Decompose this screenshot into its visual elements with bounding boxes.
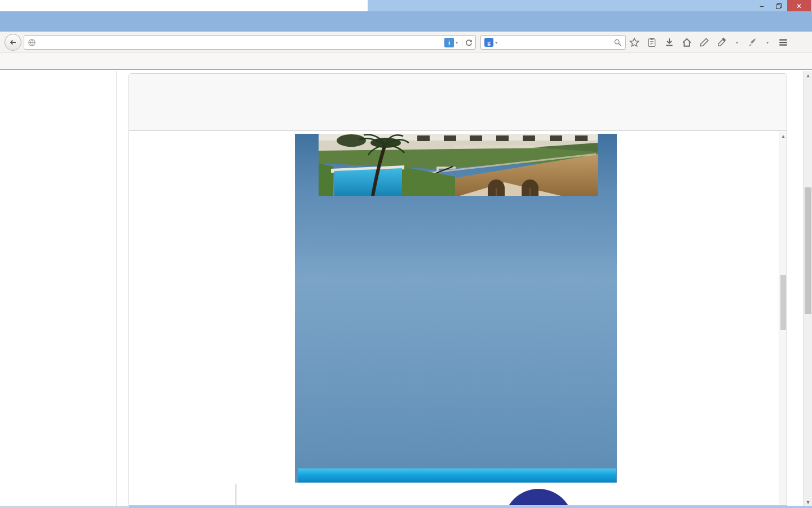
mansion-photo[interactable]: [319, 134, 598, 196]
firefox-window: – ✕ i ▾ g ▾: [0, 0, 812, 508]
eyedropper-icon[interactable]: [717, 37, 727, 47]
restore-icon: [775, 3, 782, 10]
search-bar[interactable]: g ▾: [480, 35, 626, 50]
back-button[interactable]: [5, 34, 21, 51]
close-button[interactable]: ✕: [787, 0, 811, 12]
editor-toolbar: [129, 74, 787, 131]
contact-table-border: [236, 484, 236, 505]
browser-scrollbar[interactable]: ▲ ▼: [803, 71, 812, 507]
search-icon[interactable]: [614, 38, 622, 47]
page-info-dropdown-icon[interactable]: ▾: [456, 40, 458, 45]
email-nav-bar: [298, 468, 616, 483]
browser-scroll-thumb[interactable]: [805, 187, 811, 314]
editor-scroll-up-icon[interactable]: ▲: [779, 134, 787, 139]
eyedropper-dropdown-icon[interactable]: ▾: [736, 40, 738, 45]
toolbar-icons: ▾ ▾: [629, 35, 789, 50]
browser-scroll-down-icon[interactable]: ▼: [804, 500, 812, 505]
brush-icon[interactable]: [747, 37, 757, 47]
download-icon[interactable]: [664, 37, 674, 47]
left-panel-divider: [116, 71, 117, 506]
editor-scrollbar[interactable]: ▲: [779, 132, 787, 505]
editor-scroll-thumb[interactable]: [780, 275, 786, 330]
search-engine-dropdown-icon[interactable]: ▾: [495, 40, 497, 45]
minimize-button[interactable]: –: [753, 0, 770, 12]
clipboard-icon[interactable]: [647, 37, 657, 47]
star-icon[interactable]: [629, 37, 639, 47]
globe-icon: [28, 38, 36, 47]
page-info-icon[interactable]: i: [444, 38, 454, 47]
reload-icon[interactable]: [465, 38, 473, 47]
logo-circle: [504, 489, 573, 505]
menu-bar: [0, 0, 368, 11]
window-controls: – ✕: [753, 0, 811, 12]
url-bar[interactable]: i ▾: [24, 35, 476, 50]
tab-strip: [0, 11, 812, 32]
editor-content-area[interactable]: ▲: [129, 132, 787, 505]
pen-icon[interactable]: [699, 37, 709, 47]
taskbar-edge: [0, 506, 812, 508]
home-icon[interactable]: [682, 37, 692, 47]
restore-button[interactable]: [770, 0, 787, 12]
browser-scroll-up-icon[interactable]: ▲: [804, 73, 812, 78]
google-icon[interactable]: g: [484, 38, 493, 47]
bookmarks-bar: [0, 53, 812, 70]
brush-dropdown-icon[interactable]: ▾: [766, 40, 769, 45]
navigation-toolbar: i ▾ g ▾ ▾ ▾: [0, 32, 812, 53]
menu-icon[interactable]: [778, 37, 789, 47]
back-arrow-icon: [8, 38, 17, 47]
